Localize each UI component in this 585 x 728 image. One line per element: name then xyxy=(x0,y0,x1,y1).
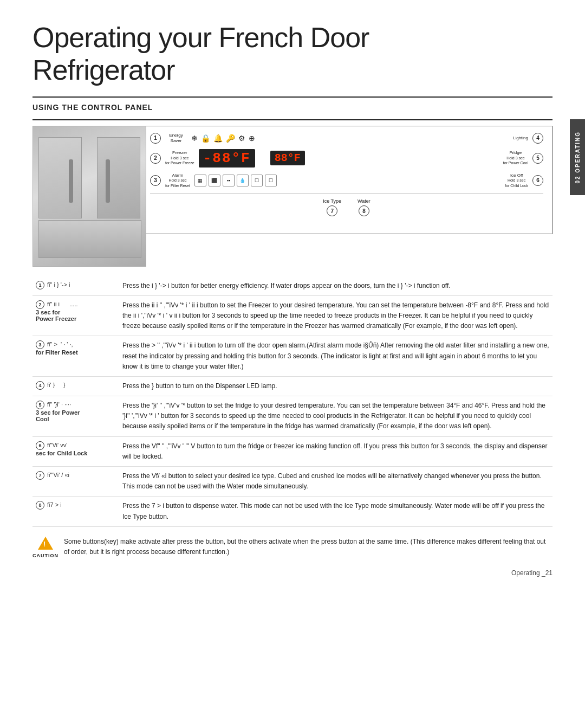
section-subtitle: USING THE CONTROL PANEL xyxy=(32,103,552,112)
filter-icon: ▦ xyxy=(194,175,206,186)
water-icon: 💧 xyxy=(237,175,249,186)
descriptions-table: 1 fi" i } '-> iPress the i } '-> i butto… xyxy=(32,276,552,527)
desc-text-cell: Press the > '' ,'"iVv '* i ' ii i button… xyxy=(119,336,552,377)
page-number: Operating _21 xyxy=(32,569,552,577)
cp-water-label: Water xyxy=(358,198,370,204)
cp-temp-fridge: 88°F xyxy=(270,151,305,165)
lock-icon: 🔒 xyxy=(201,134,210,143)
caution-text: Some buttons(key) make activate after pr… xyxy=(64,537,552,557)
table-row: 3 fi" > ' · ' ·,for Filter ResetPress th… xyxy=(32,336,552,377)
cp-ice-type-btn: Ice Type 7 xyxy=(323,198,341,216)
desc-label-cell: 3 fi" > ' · ' ·,for Filter Reset xyxy=(32,336,119,377)
cp-energy-saver-label: EnergySaver xyxy=(165,133,187,143)
padlock-icon: 🔑 xyxy=(226,134,235,143)
power-icon: ⊕ xyxy=(249,134,255,143)
desc-text-cell: Press the '}i' '' ,'"iV'v '* button to s… xyxy=(119,396,552,437)
desc-text-cell: Press the } button to turn on the Dispen… xyxy=(119,376,552,396)
cp-row-2: 2 FreezerHold 3 secfor Power Freeze -88°… xyxy=(150,149,543,167)
cubed-icon: ⬛ xyxy=(209,175,220,186)
cp-ice-icons: ▦ ⬛ ▪▪ 💧 ☐ ☐ xyxy=(194,175,277,186)
cp-num-2: 2 xyxy=(150,153,161,164)
desc-label-cell: 7 fi"'Vi' / «i xyxy=(32,467,119,497)
ice-off2-icon: ☐ xyxy=(265,175,277,186)
desc-label-cell: 1 fi" i } '-> i xyxy=(32,276,119,296)
fridge-image xyxy=(32,126,146,267)
cp-row-3: 3 AlarmHold 3 secfor Filter Reset ▦ ⬛ ▪▪… xyxy=(150,173,543,189)
desc-label-cell: 5 fi" '}i' · ····3 sec for PowerCool xyxy=(32,396,119,437)
desc-label-cell: 2 fi" ii i .....3 sec forPower Freezer xyxy=(32,295,119,336)
cp-alarm-label: AlarmHold 3 secfor Filter Reset xyxy=(165,173,190,189)
caution-triangle-icon: ! xyxy=(37,537,54,552)
cp-freezer-label: FreezerHold 3 secfor Power Freeze xyxy=(165,150,194,166)
cp-num-3: 3 xyxy=(150,175,161,186)
table-row: 6 fi"Vi' vv' sec for Child LockPress the… xyxy=(32,436,552,466)
cp-num-8: 8 xyxy=(359,205,369,216)
caution-label: CAUTION xyxy=(32,553,58,558)
desc-text-cell: Press the 7 > i button to dispense water… xyxy=(119,497,552,526)
control-panel-area: 1 EnergySaver ❄ 🔒 🔔 🔑 ⚙ ⊕ Lighting 4 2 F… xyxy=(32,126,552,267)
cp-num-7: 7 xyxy=(327,205,337,216)
fridge-handle-left xyxy=(69,159,73,203)
operating-sidebar: 02 OPERATING xyxy=(570,119,585,195)
snowflake-icon: ❄ xyxy=(191,134,198,143)
fridge-handle-right xyxy=(106,159,110,203)
table-row: 7 fi"'Vi' / «iPress the Vf/ «i button to… xyxy=(32,467,552,497)
desc-text-cell: Press the Vf" '' ,'"iVv ' '" V button to… xyxy=(119,436,552,466)
cp-fridge-cool-label: FridgeHold 3 secfor Power Cool xyxy=(503,150,528,166)
table-row: 2 fi" ii i .....3 sec forPower FreezerPr… xyxy=(32,295,552,336)
table-row: 1 fi" i } '-> iPress the i } '-> i butto… xyxy=(32,276,552,296)
fridge-door-right xyxy=(97,137,140,218)
cp-water-btn: Water 8 xyxy=(358,198,370,216)
ice-off-icon: ☐ xyxy=(251,175,263,186)
crushed-icon: ▪▪ xyxy=(223,175,235,186)
desc-text-cell: Press the i } '-> i button for better en… xyxy=(119,276,552,296)
cp-row-1: 1 EnergySaver ❄ 🔒 🔔 🔑 ⚙ ⊕ Lighting 4 xyxy=(150,133,543,144)
page-title: Operating your French Door Refrigerator xyxy=(32,22,552,87)
fridge-bottom-drawer xyxy=(38,220,141,258)
cp-temp-freezer: -88°F xyxy=(199,149,255,167)
cp-bottom-row: Ice Type 7 Water 8 xyxy=(150,198,543,216)
cp-row-separator xyxy=(150,194,543,194)
sidebar-label: 02 OPERATING xyxy=(575,131,581,184)
cp-ice-type-label: Ice Type xyxy=(323,198,341,204)
caution-box: ! CAUTION Some buttons(key) make activat… xyxy=(32,537,552,558)
cp-num-4: 4 xyxy=(532,133,543,144)
cp-row1-icons: ❄ 🔒 🔔 🔑 ⚙ ⊕ xyxy=(191,134,255,143)
fridge-door-left xyxy=(38,137,82,218)
desc-text-cell: Press the ii i '' ,'"iVv '* i ' ii i but… xyxy=(119,295,552,336)
sound-icon: 🔔 xyxy=(213,134,223,143)
table-row: 4 fi' } }Press the } button to turn on t… xyxy=(32,376,552,396)
settings-icon: ⚙ xyxy=(238,134,245,143)
control-panel-diagram: 1 EnergySaver ❄ 🔒 🔔 🔑 ⚙ ⊕ Lighting 4 2 F… xyxy=(141,126,552,234)
cp-num-6: 6 xyxy=(532,175,543,186)
table-row: 8 fi7 > iPress the 7 > i button to dispe… xyxy=(32,497,552,526)
desc-text-cell: Press the Vf/ «i button to select your d… xyxy=(119,467,552,497)
subtitle-divider xyxy=(32,119,552,120)
table-row: 5 fi" '}i' · ····3 sec for PowerCoolPres… xyxy=(32,396,552,437)
desc-label-cell: 4 fi' } } xyxy=(32,376,119,396)
cp-lighting-label: Lighting xyxy=(513,136,528,141)
cp-num-1: 1 xyxy=(150,133,161,144)
desc-label-cell: 6 fi"Vi' vv' sec for Child Lock xyxy=(32,436,119,466)
cp-num-5: 5 xyxy=(532,153,543,164)
cp-iceoff-label: Ice OffHold 3 secfor Child Lock xyxy=(505,173,528,189)
title-divider xyxy=(32,96,552,98)
desc-label-cell: 8 fi7 > i xyxy=(32,497,119,526)
